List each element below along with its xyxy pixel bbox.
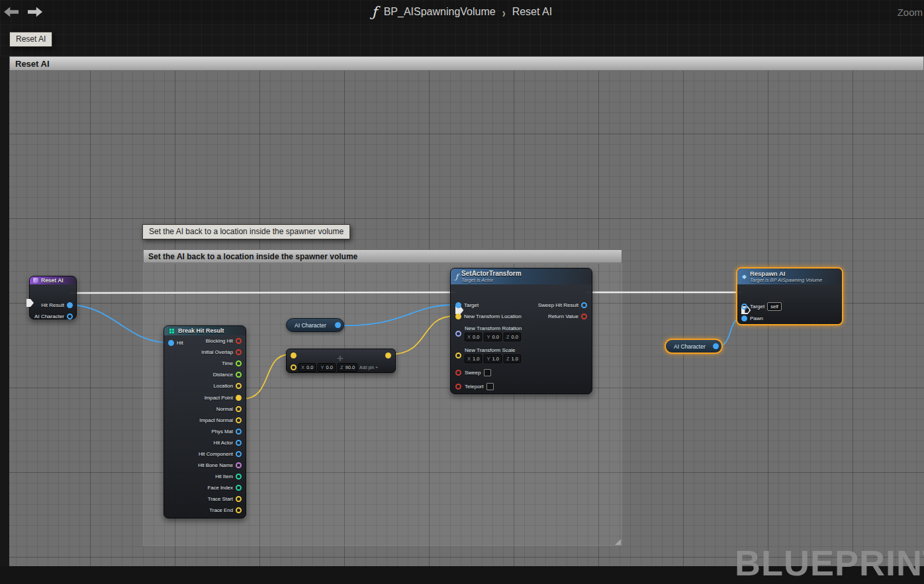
- pin-label-teleport: Teleport: [465, 384, 483, 390]
- rotation-y-field[interactable]: Y0.0: [484, 333, 501, 341]
- comment-inner-titlebar[interactable]: Set the AI back to a location inside the…: [143, 249, 622, 263]
- variable-output-pin[interactable]: [713, 343, 719, 349]
- hit-actor-pin[interactable]: [236, 440, 242, 446]
- pin-label: Impact Normal: [199, 417, 233, 423]
- exec-out-pin[interactable]: [26, 299, 34, 307]
- pin-row-phys-mat: Phys Mat: [164, 426, 246, 437]
- phys-mat-pin[interactable]: [236, 429, 242, 435]
- axis-label: Y: [486, 334, 490, 340]
- axis-label: Z: [506, 334, 510, 340]
- hit-input-pin[interactable]: [168, 340, 174, 346]
- variable-node-ai-character-2[interactable]: AI Character: [665, 339, 723, 354]
- axis-value: 1.0: [492, 356, 498, 362]
- pin-label: Initial Overlap: [201, 349, 233, 355]
- node-set-actor-transform[interactable]: ƒ SetActorTransform Target is Actor Targ…: [450, 268, 592, 394]
- node-vector-add[interactable]: + X 0.0 Y 0.0 Z 90.0 Add pin +: [286, 349, 396, 373]
- pin-label: Trace Start: [208, 496, 233, 502]
- pin-label: Phys Mat: [212, 429, 234, 435]
- pin-row-hit-item: Hit Item: [164, 471, 246, 482]
- node-header[interactable]: ◆ Respawn AI Target is BP AISpawning Vol…: [737, 269, 842, 284]
- breadcrumb-current[interactable]: Reset AI: [512, 6, 552, 18]
- pin-label: Location: [214, 383, 233, 389]
- pin-label: Face Index: [207, 485, 233, 491]
- target-pin[interactable]: [455, 302, 461, 308]
- y-value-field[interactable]: Y 0.0: [318, 363, 335, 372]
- sweep-pin[interactable]: [455, 370, 461, 376]
- add-input-b-pin[interactable]: [291, 364, 297, 370]
- ai-character-pin[interactable]: [67, 313, 73, 319]
- pin-row-hit-component: Hit Component: [164, 448, 246, 460]
- variable-node-ai-character-1[interactable]: AI Character: [286, 318, 344, 332]
- teleport-pin[interactable]: [455, 384, 461, 390]
- pawn-pin[interactable]: [741, 315, 747, 321]
- initial-overlap-pin[interactable]: [236, 349, 242, 355]
- new-transform-scale-pin[interactable]: [455, 353, 461, 358]
- pin-label-new-transform-location: New Transform Location: [464, 313, 522, 319]
- z-value-field[interactable]: Z 90.0: [338, 363, 357, 372]
- distance-pin[interactable]: [236, 372, 242, 378]
- pin-row-location: Location: [164, 380, 246, 392]
- new-transform-rotation-pin[interactable]: [455, 331, 461, 337]
- pin-row-hit-actor: Hit Actor: [164, 437, 246, 448]
- pin-row-impact-point: Impact Point: [164, 392, 246, 403]
- hit-result-pin[interactable]: [67, 302, 73, 308]
- rotation-x-field[interactable]: X0.0: [465, 333, 482, 341]
- add-output-pin[interactable]: [385, 353, 391, 358]
- axis-value: 0.0: [512, 334, 518, 340]
- scale-x-field[interactable]: X1.0: [465, 355, 482, 363]
- trace-start-pin[interactable]: [236, 496, 242, 502]
- sweep-checkbox[interactable]: [484, 369, 491, 376]
- target-self-field[interactable]: self: [767, 302, 782, 311]
- scale-z-field[interactable]: Z1.0: [504, 355, 521, 363]
- pin-label-hit: Hit: [177, 340, 183, 346]
- return-value-pin[interactable]: [581, 313, 587, 319]
- node-header[interactable]: ƒ SetActorTransform Target is Actor: [451, 269, 592, 284]
- node-break-hit-result[interactable]: Break Hit Result Hit Blocking HitInitial…: [163, 325, 246, 519]
- sweep-hit-result-pin[interactable]: [581, 302, 587, 308]
- normal-pin[interactable]: [236, 406, 242, 412]
- add-pin-label: Add pin: [359, 365, 374, 370]
- toolbar-area: [0, 24, 924, 56]
- add-pin-button[interactable]: Add pin +: [359, 365, 378, 370]
- node-subtitle: Target is Actor: [461, 277, 522, 283]
- axis-value: 1.0: [512, 356, 518, 362]
- node-header[interactable]: Reset AI: [30, 276, 76, 284]
- rotation-z-field[interactable]: Z0.0: [504, 333, 521, 341]
- tooltip-comment: Set the AI back to a location inside the…: [142, 224, 350, 239]
- hit-component-pin[interactable]: [236, 451, 242, 457]
- variable-output-pin[interactable]: [335, 322, 341, 328]
- pin-label: Normal: [216, 406, 233, 412]
- unreal-blueprint-editor: Reset AI Set the AI back to a location i…: [0, 0, 924, 584]
- time-pin[interactable]: [236, 360, 242, 366]
- hit-item-pin[interactable]: [236, 474, 242, 480]
- blocking-hit-pin[interactable]: [236, 338, 242, 344]
- node-respawn-ai[interactable]: ◆ Respawn AI Target is BP AISpawning Vol…: [736, 267, 843, 325]
- impact-normal-pin[interactable]: [236, 417, 242, 423]
- comment-outer-titlebar[interactable]: Reset AI: [9, 56, 924, 71]
- struct-icon: [169, 328, 175, 334]
- trace-end-pin[interactable]: [236, 507, 242, 513]
- node-title: SetActorTransform: [461, 270, 522, 277]
- location-pin[interactable]: [236, 383, 242, 389]
- axis-label: X: [467, 356, 471, 362]
- comment-resize-handle[interactable]: [615, 539, 621, 545]
- breadcrumb-root[interactable]: BP_AISpawningVolume: [384, 6, 496, 18]
- axis-value: 90.0: [346, 364, 355, 370]
- back-arrow-icon[interactable]: [4, 7, 19, 17]
- impact-point-pin[interactable]: [236, 395, 242, 401]
- forward-arrow-icon[interactable]: [28, 7, 42, 17]
- x-value-field[interactable]: X 0.0: [299, 363, 316, 372]
- pin-row-time: Time: [164, 358, 246, 369]
- node-reset-ai[interactable]: Reset AI Hit Result AI Character: [29, 276, 77, 319]
- face-index-pin[interactable]: [236, 485, 242, 491]
- node-header[interactable]: Break Hit Result: [164, 326, 246, 335]
- add-input-a-pin[interactable]: [291, 353, 297, 358]
- pin-label: Blocking Hit: [206, 338, 233, 344]
- new-transform-location-pin[interactable]: [455, 313, 461, 319]
- scale-y-field[interactable]: Y1.0: [484, 355, 501, 363]
- zoom-label: Zoom: [898, 0, 923, 24]
- target-pin[interactable]: [741, 304, 747, 310]
- chevron-right-icon: ›: [502, 5, 506, 19]
- hit-bone-name-pin[interactable]: [236, 462, 242, 468]
- teleport-checkbox[interactable]: [486, 383, 494, 390]
